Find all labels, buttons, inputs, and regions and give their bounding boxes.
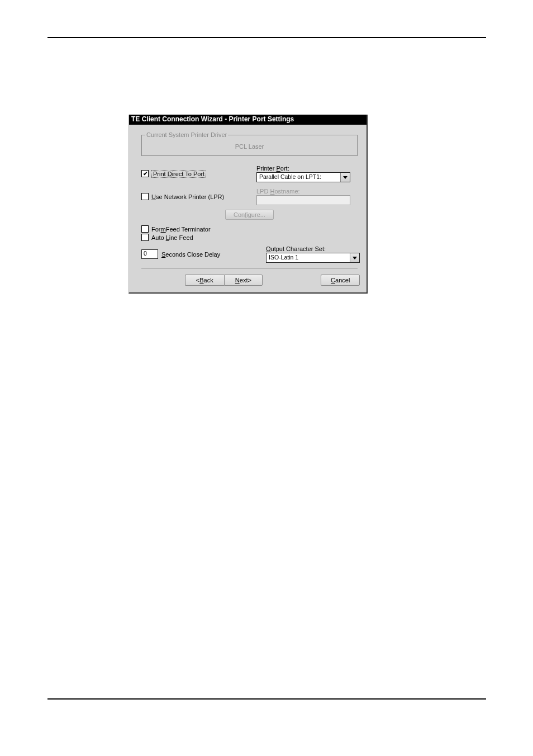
cancel-button[interactable]: Cancel [321,275,360,286]
separator [141,268,358,269]
output-charset-label: Output Character Set: [266,245,360,252]
print-direct-checkbox[interactable]: ✔ Print Direct To Port [141,170,256,178]
wizard-dialog: TE Client Connection Wizard - Printer Po… [129,115,368,294]
current-driver-group: Current System Printer Driver PCL Laser [141,135,358,156]
page-rule-bottom [47,698,486,700]
formfeed-terminator-checkbox[interactable]: FormFeed Terminator [139,225,360,233]
seconds-close-delay-label: Seconds Close Delay [161,251,220,258]
back-button[interactable]: <Back [185,275,224,286]
formfeed-terminator-label: FormFeed Terminator [151,226,211,233]
checkbox-empty-icon [141,225,149,233]
output-charset-select[interactable]: ISO-Latin 1 [266,253,360,263]
use-network-printer-label: Use Network Printer (LPR) [151,193,224,200]
chevron-down-icon [350,253,359,262]
printer-port-select[interactable]: Parallel Cable on LPT1: [256,172,350,182]
page-rule-top [47,37,486,38]
print-direct-label: Print Direct To Port [151,170,206,178]
lpd-hostname-input [256,195,350,205]
use-network-printer-checkbox[interactable]: Use Network Printer (LPR) [141,193,256,200]
auto-line-feed-checkbox[interactable]: Auto Line Feed [139,234,360,241]
output-charset-value: ISO-Latin 1 [266,253,350,262]
next-button[interactable]: Next> [224,275,263,286]
current-driver-value: PCL Laser [145,143,354,150]
dialog-title: TE Client Connection Wizard - Printer Po… [129,115,367,125]
current-driver-label: Current System Printer Driver [145,131,228,138]
checkbox-mark-icon: ✔ [141,170,149,177]
checkbox-empty-icon [141,193,149,200]
checkbox-empty-icon [141,234,149,241]
lpd-hostname-label: LPD Hostname: [256,188,360,195]
auto-line-feed-label: Auto Line Feed [151,234,193,241]
configure-button: Configure... [225,210,274,220]
printer-port-value: Parallel Cable on LPT1: [257,173,340,182]
chevron-down-icon [340,173,350,182]
printer-port-label: Printer Port: [256,165,360,172]
seconds-close-delay-input[interactable]: 0 [141,249,158,259]
